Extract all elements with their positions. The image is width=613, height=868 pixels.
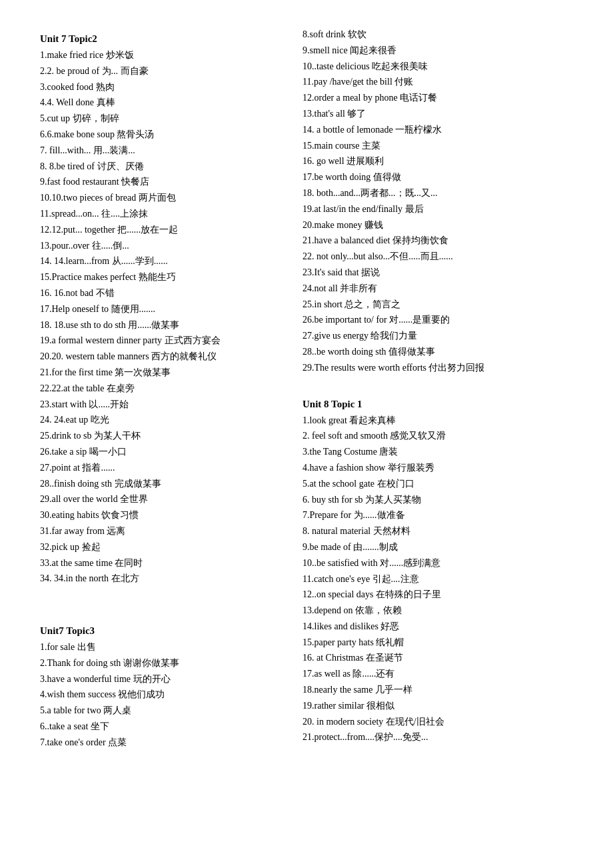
list-item: 19.at last/in the end/finally 最后	[303, 201, 573, 217]
list-item: 11.catch one's eye 引起....注意	[303, 571, 573, 587]
list-item: 14.likes and dislikes 好恶	[303, 619, 573, 635]
list-item: 19.a formal western dinner party 正式西方宴会	[40, 333, 283, 349]
list-item: 3.have a wonderful time 玩的开心	[40, 671, 283, 687]
list-item: 10..taste delicious 吃起来很美味	[303, 59, 573, 75]
list-item: 29.all over the world 全世界	[40, 491, 283, 507]
list-item: 1.for sale 出售	[40, 639, 283, 655]
list-item: 29.The results were worth efforts 付出努力回报	[303, 360, 573, 376]
section-title-unit7topic3: Unit7 Topic3	[40, 625, 283, 637]
list-item: 9.be made of 由.......制成	[303, 539, 573, 555]
list-item: 28..be worth doing sth 值得做某事	[303, 344, 573, 360]
list-item: 8. natural material 天然材料	[303, 523, 573, 539]
list-item: 5.at the school gate 在校门口	[303, 476, 573, 492]
list-item: 8. 8.be tired of 讨厌、厌倦	[40, 159, 283, 175]
list-item: 25.in short 总之，简言之	[303, 297, 573, 313]
list-item: 9.smell nice 闻起来很香	[303, 43, 573, 59]
list-item: 12.order a meal by phone 电话订餐	[303, 90, 573, 106]
list-item: 5.cut up 切碎，制碎	[40, 111, 283, 127]
list-item: 20. in modern society 在现代/旧社会	[303, 714, 573, 730]
list-item: 27.point at 指着......	[40, 460, 283, 476]
list-item: 13.that's all 够了	[303, 106, 573, 122]
list-item: 34. 34.in the north 在北方	[40, 571, 283, 587]
list-item: 32.pick up 捡起	[40, 539, 283, 555]
list-item: 26.take a sip 喝一小口	[40, 444, 283, 460]
list-item: 2. feel soft and smooth 感觉又软又滑	[303, 428, 573, 444]
list-item: 24.not all 并非所有	[303, 281, 573, 297]
list-item: 22.22.at the table 在桌旁	[40, 381, 283, 397]
list-item: 23.It's said that 据说	[303, 265, 573, 281]
list-item: 3.cooked food 熟肉	[40, 79, 283, 95]
section-title-unit8topic1: Unit 8 Topic 1	[303, 399, 573, 410]
list-item: 8.soft drink 软饮	[303, 27, 573, 43]
list-item: 27.give us energy 给我们力量	[303, 328, 573, 344]
list-item: 18. both...and...两者都...；既...又...	[303, 185, 573, 201]
list-item: 11.pay /have/get the bill 付账	[303, 74, 573, 90]
list-item: 21.have a balanced diet 保持均衡饮食	[303, 233, 573, 249]
list-item: 1.make fried rice 炒米饭	[40, 47, 283, 63]
list-item: 28..finish doing sth 完成做某事	[40, 476, 283, 492]
section-title-unit7topic2: Unit 7 Topic2	[40, 33, 283, 45]
section-unit8topic1: Unit 8 Topic 1 1.look great 看起来真棒2. feel…	[303, 399, 573, 746]
list-item: 17.as well as 除......还有	[303, 666, 573, 682]
section-unit7topic2-cont: 8.soft drink 软饮9.smell nice 闻起来很香10..tas…	[303, 27, 573, 376]
list-item: 7. fill...with... 用...装满...	[40, 143, 283, 159]
list-item: 15.paper party hats 纸礼帽	[303, 635, 573, 651]
vocab-list-unit7topic2-cont: 8.soft drink 软饮9.smell nice 闻起来很香10..tas…	[303, 27, 573, 376]
list-item: 26.be important to/ for 对......是重要的	[303, 312, 573, 328]
vocab-list-unit8topic1: 1.look great 看起来真棒2. feel soft and smoot…	[303, 413, 573, 746]
list-item: 15.Practice makes perfect 熟能生巧	[40, 269, 283, 285]
list-item: 4.have a fashion show 举行服装秀	[303, 460, 573, 476]
list-item: 19.rather similar 很相似	[303, 698, 573, 714]
list-item: 14. 14.learn...from 从......学到......	[40, 253, 283, 269]
list-item: 17.be worth doing 值得做	[303, 169, 573, 185]
spacer-2	[40, 603, 283, 619]
list-item: 12.12.put... together 把......放在一起	[40, 222, 283, 238]
page-layout: Unit 7 Topic2 1.make fried rice 炒米饭2.2. …	[40, 27, 573, 751]
list-item: 20.20. western table manners 西方的就餐礼仪	[40, 349, 283, 365]
right-column: 8.soft drink 软饮9.smell nice 闻起来很香10..tas…	[296, 27, 573, 751]
list-item: 10.10.two pieces of bread 两片面包	[40, 190, 283, 206]
list-item: 4.wish them success 祝他们成功	[40, 687, 283, 703]
vocab-list-unit7topic2: 1.make fried rice 炒米饭2.2. be proud of 为.…	[40, 47, 283, 587]
list-item: 2.2. be proud of 为... 而自豪	[40, 63, 283, 79]
list-item: 18. 18.use sth to do sth 用......做某事	[40, 317, 283, 333]
list-item: 17.Help oneself to 随便用.......	[40, 301, 283, 317]
list-item: 7.take one's order 点菜	[40, 735, 283, 751]
list-item: 7.Prepare for 为......做准备	[303, 507, 573, 523]
list-item: 22. not only...but also...不但.....而且.....…	[303, 249, 573, 265]
list-item: 2.Thank for doing sth 谢谢你做某事	[40, 655, 283, 671]
list-item: 13.pour..over 往.....倒...	[40, 238, 283, 254]
list-item: 3.the Tang Costume 唐装	[303, 444, 573, 460]
list-item: 15.main course 主菜	[303, 138, 573, 154]
list-item: 10..be satisfied with 对......感到满意	[303, 555, 573, 571]
list-item: 6.6.make bone soup 熬骨头汤	[40, 127, 283, 143]
spacer-1	[40, 587, 283, 603]
list-item: 16. go well 进展顺利	[303, 153, 573, 169]
list-item: 11.spread...on... 往....上涂抹	[40, 206, 283, 222]
spacer-3	[303, 376, 573, 392]
list-item: 25.drink to sb 为某人干杯	[40, 428, 283, 444]
list-item: 6. buy sth for sb 为某人买某物	[303, 492, 573, 508]
section-unit7topic3: Unit7 Topic3 1.for sale 出售2.Thank for do…	[40, 625, 283, 751]
list-item: 33.at the same time 在同时	[40, 555, 283, 571]
list-item: 13.depend on 依靠，依赖	[303, 603, 573, 619]
list-item: 16. at Christmas 在圣诞节	[303, 650, 573, 666]
list-item: 12..on special days 在特殊的日子里	[303, 587, 573, 603]
list-item: 9.fast food restaurant 快餐店	[40, 174, 283, 190]
list-item: 1.look great 看起来真棒	[303, 413, 573, 429]
list-item: 21.for the first time 第一次做某事	[40, 365, 283, 381]
section-unit7topic2: Unit 7 Topic2 1.make fried rice 炒米饭2.2. …	[40, 33, 283, 587]
list-item: 5.a table for two 两人桌	[40, 703, 283, 719]
list-item: 31.far away from 远离	[40, 523, 283, 539]
left-column: Unit 7 Topic2 1.make fried rice 炒米饭2.2. …	[40, 27, 296, 751]
list-item: 30.eating habits 饮食习惯	[40, 507, 283, 523]
list-item: 23.start with 以.....开始	[40, 397, 283, 413]
list-item: 21.protect...from....保护....免受...	[303, 729, 573, 745]
list-item: 4.4. Well done 真棒	[40, 95, 283, 111]
vocab-list-unit7topic3: 1.for sale 出售2.Thank for doing sth 谢谢你做某…	[40, 639, 283, 751]
list-item: 20.make money 赚钱	[303, 217, 573, 233]
list-item: 6..take a seat 坐下	[40, 719, 283, 735]
list-item: 18.nearly the same 几乎一样	[303, 682, 573, 698]
list-item: 16. 16.not bad 不错	[40, 285, 283, 301]
list-item: 14. a bottle of lemonade 一瓶柠檬水	[303, 122, 573, 138]
